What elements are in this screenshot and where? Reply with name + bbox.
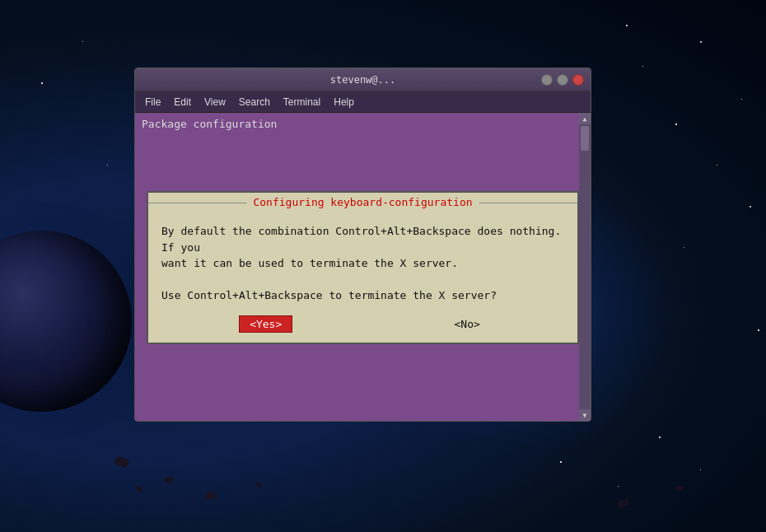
dialog-message: By default the combination Control+Alt+B… bbox=[161, 223, 564, 304]
terminal-window: stevenw@... File Edit View Search Termin… bbox=[134, 68, 591, 422]
star bbox=[107, 165, 108, 166]
menu-search[interactable]: Search bbox=[232, 95, 277, 110]
star bbox=[750, 206, 751, 208]
dialog-box: Configuring keyboard-configuration By de… bbox=[147, 191, 579, 344]
menu-help[interactable]: Help bbox=[327, 95, 361, 110]
star bbox=[675, 124, 677, 125]
asteroid bbox=[206, 492, 216, 499]
title-bar: stevenw@... bbox=[135, 68, 591, 91]
scrollbar-thumb[interactable] bbox=[581, 126, 589, 151]
star bbox=[700, 469, 701, 470]
scroll-up-button[interactable]: ▲ bbox=[579, 113, 591, 124]
scroll-down-button[interactable]: ▼ bbox=[579, 409, 591, 421]
star bbox=[618, 486, 619, 487]
star bbox=[41, 82, 43, 84]
window-buttons-right[interactable] bbox=[541, 74, 584, 86]
star bbox=[642, 66, 643, 67]
star bbox=[560, 461, 562, 463]
maximize-button[interactable] bbox=[557, 74, 568, 86]
scrollbar[interactable]: ▲ ▼ bbox=[579, 113, 591, 421]
terminal-content: Package configuration Configuring keyboa… bbox=[135, 113, 591, 421]
scrollbar-track[interactable] bbox=[579, 124, 591, 409]
dialog-buttons: <Yes> <No> bbox=[161, 315, 564, 333]
dialog-message-line4: Use Control+Alt+Backspace to terminate t… bbox=[161, 289, 497, 301]
no-button[interactable]: <No> bbox=[448, 316, 487, 332]
dialog-title-bar: Configuring keyboard-configuration bbox=[148, 193, 577, 212]
star bbox=[684, 247, 684, 248]
yes-button[interactable]: <Yes> bbox=[239, 315, 292, 333]
menu-edit[interactable]: Edit bbox=[167, 95, 198, 110]
dialog-body: By default the combination Control+Alt+B… bbox=[148, 212, 577, 343]
menu-terminal[interactable]: Terminal bbox=[277, 95, 327, 110]
star bbox=[626, 25, 628, 26]
menu-view[interactable]: View bbox=[198, 95, 232, 110]
star bbox=[741, 99, 742, 100]
window-title: stevenw@... bbox=[330, 74, 395, 86]
star bbox=[659, 436, 661, 438]
star bbox=[717, 165, 717, 166]
star bbox=[700, 41, 702, 43]
dialog-message-line1: By default the combination Control+Alt+B… bbox=[161, 225, 561, 254]
dialog-title: Configuring keyboard-configuration bbox=[246, 196, 479, 208]
close-button[interactable] bbox=[572, 74, 584, 86]
minimize-button[interactable] bbox=[541, 74, 553, 86]
menu-bar: File Edit View Search Terminal Help bbox=[135, 91, 591, 113]
dialog-message-line2: want it can be used to terminate the X s… bbox=[161, 257, 458, 269]
package-config-label: Package configuration bbox=[142, 118, 584, 130]
star bbox=[758, 329, 759, 331]
menu-file[interactable]: File bbox=[138, 95, 167, 110]
star bbox=[82, 41, 83, 42]
